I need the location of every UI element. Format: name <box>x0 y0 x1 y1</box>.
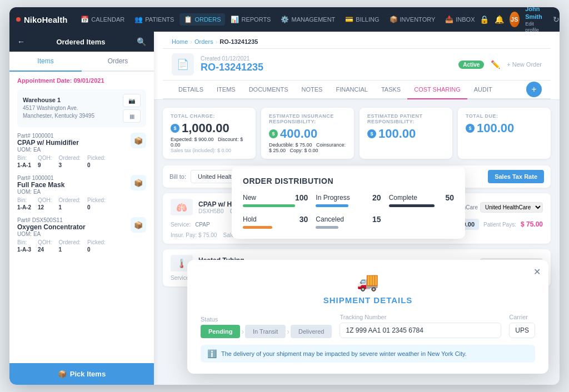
orders-icon: 📋 <box>184 16 192 23</box>
nav-calendar[interactable]: 📅 CALENDAR <box>76 13 129 26</box>
od-bar-inprogress <box>316 204 348 207</box>
tab-tasks[interactable]: TASKS <box>375 81 407 99</box>
sidebar-item-2: Part# 1000001 Full Face Mask UOM: EA 📦 B… <box>17 175 146 210</box>
item-name-3: Oxygen Concentrator <box>17 223 86 231</box>
item-name-1: CPAP w/ Humidifier <box>17 139 79 147</box>
user-name: John Smith <box>525 7 547 21</box>
od-item-inprogress: In Progress 20 <box>316 193 381 207</box>
od-item-complete: Complete 50 <box>389 193 454 207</box>
nav-patients[interactable]: 👥 PATIENTS <box>130 13 178 26</box>
inbox-icon: 📥 <box>445 16 453 23</box>
sidebar-body: Appointment Date: 09/01/2021 Warehouse 1… <box>9 72 154 363</box>
patient-label: ESTIMATED PATIENT RESPONSIBILITY: <box>367 113 445 124</box>
camera-icon[interactable]: 📷 <box>123 94 141 107</box>
nav-inbox[interactable]: 📥 INBOX <box>441 13 479 26</box>
sd-title: SHIPMENT DETAILS <box>201 295 535 305</box>
od-grid: New 100 In Progress 20 <box>243 193 454 229</box>
nav-billing[interactable]: 💳 BILLING <box>341 13 383 26</box>
item-details-1: Bin: 1-A-1 QOH: 9 Ordered: 3 Picked: <box>17 155 146 168</box>
sd-fields: Status Pending › In Transit › Delivered … <box>201 314 535 338</box>
tab-audit[interactable]: AUDIT <box>467 81 499 99</box>
back-arrow[interactable]: ← <box>17 37 25 46</box>
total-charge-label: TOTAL CHARGE: <box>171 113 248 119</box>
nav-management[interactable]: ⚙️ MANAGEMENT <box>276 13 340 26</box>
app-title: NikoHealth <box>24 15 67 24</box>
breadcrumb-order-id: RO-13241235 <box>219 38 258 45</box>
carrier-value: UPS <box>509 323 535 338</box>
item-uom-3: UOM: EA <box>17 231 86 237</box>
sales-tax-sub: Sales tax (included): $ 0.00 <box>171 148 248 153</box>
pick-items-button[interactable]: 📦 Pick Items <box>9 363 154 385</box>
shipment-details-popup: ✕ 🚚 SHIPMENT DETAILS Status Pending › In… <box>187 260 548 374</box>
carrier-label: Carrier <box>509 314 535 320</box>
sidebar-item-3: Part# DSX500S11 Oxygen Concentrator UOM:… <box>17 217 146 253</box>
close-icon[interactable]: ✕ <box>533 267 541 277</box>
item-details-3: Bin: 1-A-3 QOH: 24 Ordered: 1 Picked: <box>17 239 146 253</box>
order-distribution-popup: ORDER DISTRIBUTION New 100 <box>232 167 465 239</box>
patient-pays-1: $ 75.00 <box>521 220 543 228</box>
info-icon: ℹ️ <box>207 349 217 358</box>
calendar-icon: 📅 <box>81 16 89 23</box>
shipment-truck-icon: 🚚 <box>201 271 535 292</box>
order-subheader: 📄 Created 01/12/2021 RO-13241235 Active … <box>163 49 551 81</box>
warehouse-info: Warehouse 1 4517 Washington Ave. Manches… <box>23 97 118 120</box>
tab-orders[interactable]: Orders <box>82 52 154 72</box>
product-bill-to-select-1[interactable]: United HealthCare <box>480 202 543 213</box>
order-doc-icon: 📄 <box>172 53 194 76</box>
nav-right: 🔒 🔔 JS John Smith Edit profile ↻ <box>480 7 560 34</box>
app-logo: NikoHealth <box>16 15 67 24</box>
add-button[interactable]: + <box>526 82 542 97</box>
bell-icon[interactable]: 🔔 <box>495 15 504 24</box>
tab-notes[interactable]: NOTES <box>295 81 330 99</box>
od-bar-new <box>243 204 295 207</box>
nav-inventory[interactable]: 📦 INVENTORY <box>385 13 440 26</box>
arrow-2: › <box>287 327 290 336</box>
right-content: Home › Orders › RO-13241235 📄 Created 01… <box>154 32 560 385</box>
tab-items[interactable]: Items <box>9 52 82 72</box>
breadcrumb-home[interactable]: Home <box>172 38 188 45</box>
dollar-icon-1: $ <box>171 124 179 133</box>
barcode-icon[interactable]: ▦ <box>123 109 141 123</box>
tracking-number: 1Z 999 AA1 01 2345 6784 <box>340 323 501 338</box>
sales-tax-rate-button[interactable]: Sales Tax Rate <box>488 170 544 183</box>
lock-icon[interactable]: 🔒 <box>480 15 489 24</box>
sidebar-title: Ordered Items <box>56 38 105 46</box>
item-part-1: Part# 1000001 <box>17 133 79 139</box>
item-action-icon-2[interactable]: 📦 <box>131 175 146 190</box>
bill-to-label: Bill to: <box>169 173 186 180</box>
billing-icon: 💳 <box>345 16 353 23</box>
refresh-icon[interactable]: ↻ <box>553 15 560 24</box>
total-due-amount: 100.00 <box>477 121 514 135</box>
patients-icon: 👥 <box>134 16 143 23</box>
nav-reports[interactable]: 📊 REPORTS <box>226 13 275 26</box>
order-status-badge: Active <box>458 61 484 69</box>
tab-items[interactable]: ITEMS <box>210 81 242 99</box>
item-part-3: Part# DSX500S11 <box>17 217 86 223</box>
status-step-pending: Pending <box>201 325 240 338</box>
new-order-button[interactable]: + New Order <box>507 61 542 68</box>
breadcrumb-orders[interactable]: Orders <box>194 38 213 45</box>
notice-text: The delivery of your shipment may be imp… <box>221 350 467 357</box>
tab-financial[interactable]: FINANCIAL <box>329 81 374 99</box>
tab-details[interactable]: DETAILS <box>172 81 210 99</box>
edit-icon[interactable]: ✏️ <box>491 60 500 69</box>
summary-cards: TOTAL CHARGE: $ 1,000.00 Expected: $ 900… <box>163 108 551 159</box>
patient-amount: 100.00 <box>378 127 416 141</box>
tab-cost-sharing[interactable]: COST SHARING <box>407 81 467 99</box>
item-action-icon-1[interactable]: 📦 <box>131 133 146 148</box>
management-icon: ⚙️ <box>281 16 289 23</box>
total-due-label: TOTAL DUE: <box>466 113 543 119</box>
avatar[interactable]: JS <box>510 12 520 27</box>
tab-documents[interactable]: DOCUMENTS <box>242 81 295 99</box>
warehouse-address: 4517 Washington Ave. Manchester, Kentuck… <box>23 104 118 120</box>
item-action-icon-3[interactable]: 📦 <box>131 217 146 233</box>
nav-orders[interactable]: 📋 ORDERS <box>179 13 225 26</box>
item-part-2: Part# 1000001 <box>17 175 64 181</box>
search-icon[interactable]: 🔍 <box>137 37 146 46</box>
insurance-amount: 400.00 <box>280 127 317 141</box>
insurance-label: ESTIMATED INSURANCE RESPONSIBILITY: <box>269 113 346 124</box>
item-details-2: Bin: 1-A-2 QOH: 12 Ordered: 1 Picked: <box>17 197 146 210</box>
item-uom-2: UOM: EA <box>17 189 64 195</box>
od-title: ORDER DISTRIBUTION <box>243 177 454 185</box>
left-sidebar: ← Ordered Items 🔍 Items Orders Appointme… <box>9 32 154 385</box>
